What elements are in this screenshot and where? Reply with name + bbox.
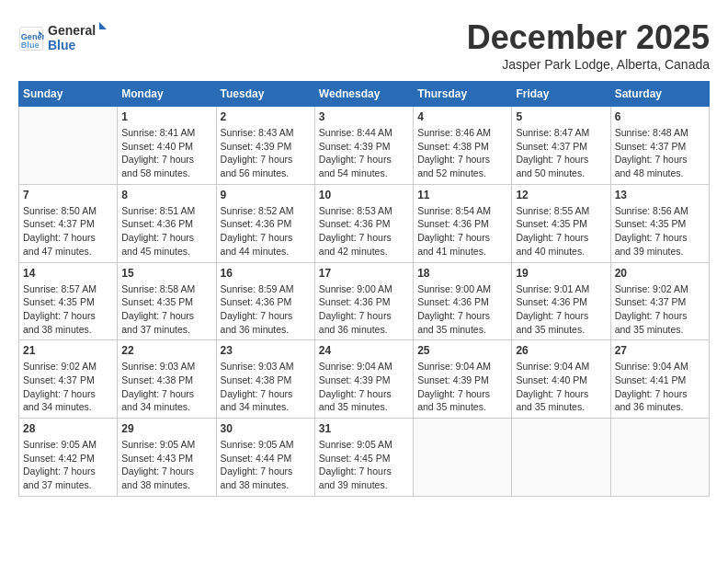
day-info: Sunrise: 8:50 AM Sunset: 4:37 PM Dayligh… <box>23 204 113 259</box>
header-monday: Monday <box>118 82 216 107</box>
header-wednesday: Wednesday <box>314 82 413 107</box>
calendar-cell: 19Sunrise: 9:01 AM Sunset: 4:36 PM Dayli… <box>512 262 610 340</box>
day-number: 12 <box>516 189 606 201</box>
calendar-cell <box>610 419 709 497</box>
day-number: 10 <box>319 189 409 201</box>
calendar-cell: 30Sunrise: 9:05 AM Sunset: 4:44 PM Dayli… <box>216 419 314 497</box>
calendar-cell: 9Sunrise: 8:52 AM Sunset: 4:36 PM Daylig… <box>216 184 314 262</box>
day-number: 17 <box>319 267 409 280</box>
svg-text:Blue: Blue <box>21 40 40 50</box>
day-number: 24 <box>319 344 409 357</box>
logo-line1: General Blue <box>48 18 112 59</box>
calendar-week-1: 7Sunrise: 8:50 AM Sunset: 4:37 PM Daylig… <box>19 184 710 262</box>
day-number: 1 <box>121 110 211 123</box>
calendar-cell: 25Sunrise: 9:04 AM Sunset: 4:39 PM Dayli… <box>414 340 512 419</box>
day-number: 31 <box>319 422 409 435</box>
day-number: 19 <box>516 267 606 280</box>
calendar-cell: 15Sunrise: 8:58 AM Sunset: 4:35 PM Dayli… <box>118 262 216 340</box>
day-number: 16 <box>221 267 311 280</box>
day-info: Sunrise: 8:57 AM Sunset: 4:35 PM Dayligh… <box>23 282 113 337</box>
calendar-cell: 4Sunrise: 8:46 AM Sunset: 4:38 PM Daylig… <box>414 107 512 185</box>
day-info: Sunrise: 8:55 AM Sunset: 4:35 PM Dayligh… <box>516 204 606 259</box>
calendar-cell: 12Sunrise: 8:55 AM Sunset: 4:35 PM Dayli… <box>512 184 610 262</box>
day-info: Sunrise: 9:05 AM Sunset: 4:44 PM Dayligh… <box>221 438 311 492</box>
day-info: Sunrise: 8:56 AM Sunset: 4:35 PM Dayligh… <box>615 204 705 259</box>
header-saturday: Saturday <box>610 82 709 107</box>
header-friday: Friday <box>512 82 610 107</box>
month-title: December 2025 <box>467 18 710 57</box>
day-info: Sunrise: 9:03 AM Sunset: 4:38 PM Dayligh… <box>121 360 211 414</box>
svg-marker-6 <box>99 22 107 29</box>
day-info: Sunrise: 9:05 AM Sunset: 4:43 PM Dayligh… <box>121 438 211 492</box>
calendar-cell: 13Sunrise: 8:56 AM Sunset: 4:35 PM Dayli… <box>610 184 709 262</box>
day-number: 22 <box>121 344 211 357</box>
day-number: 4 <box>417 110 507 123</box>
logo: General Blue General Blue <box>18 18 112 59</box>
calendar-cell: 28Sunrise: 9:05 AM Sunset: 4:42 PM Dayli… <box>19 419 118 497</box>
day-info: Sunrise: 8:46 AM Sunset: 4:38 PM Dayligh… <box>417 126 507 180</box>
day-number: 9 <box>221 189 311 201</box>
svg-text:General: General <box>48 23 96 38</box>
logo-icon: General Blue <box>18 26 44 52</box>
day-info: Sunrise: 8:52 AM Sunset: 4:36 PM Dayligh… <box>221 204 311 259</box>
day-info: Sunrise: 8:48 AM Sunset: 4:37 PM Dayligh… <box>615 126 705 180</box>
calendar-cell: 29Sunrise: 9:05 AM Sunset: 4:43 PM Dayli… <box>118 419 216 497</box>
calendar-cell: 11Sunrise: 8:54 AM Sunset: 4:36 PM Dayli… <box>414 184 512 262</box>
day-number: 18 <box>417 267 507 280</box>
day-info: Sunrise: 8:51 AM Sunset: 4:36 PM Dayligh… <box>121 204 211 259</box>
page-header: General Blue General Blue December 2025 … <box>18 18 710 72</box>
day-number: 27 <box>615 344 705 357</box>
day-info: Sunrise: 8:47 AM Sunset: 4:37 PM Dayligh… <box>516 126 606 180</box>
calendar-cell: 22Sunrise: 9:03 AM Sunset: 4:38 PM Dayli… <box>118 340 216 419</box>
day-number: 29 <box>121 422 211 435</box>
day-info: Sunrise: 9:00 AM Sunset: 4:36 PM Dayligh… <box>319 282 409 337</box>
day-info: Sunrise: 9:05 AM Sunset: 4:42 PM Dayligh… <box>23 438 113 492</box>
day-number: 25 <box>417 344 507 357</box>
day-info: Sunrise: 9:04 AM Sunset: 4:40 PM Dayligh… <box>516 360 606 414</box>
day-info: Sunrise: 8:58 AM Sunset: 4:35 PM Dayligh… <box>121 282 211 337</box>
calendar-cell: 31Sunrise: 9:05 AM Sunset: 4:45 PM Dayli… <box>314 419 413 497</box>
day-number: 13 <box>615 189 705 201</box>
day-number: 20 <box>615 267 705 280</box>
day-number: 26 <box>516 344 606 357</box>
day-number: 8 <box>121 189 211 201</box>
calendar-cell <box>19 107 118 185</box>
day-info: Sunrise: 9:00 AM Sunset: 4:36 PM Dayligh… <box>417 282 507 337</box>
header-sunday: Sunday <box>19 82 118 107</box>
calendar-cell: 23Sunrise: 9:03 AM Sunset: 4:38 PM Dayli… <box>216 340 314 419</box>
header-thursday: Thursday <box>414 82 512 107</box>
location: Jasper Park Lodge, Alberta, Canada <box>467 57 710 72</box>
day-info: Sunrise: 8:41 AM Sunset: 4:40 PM Dayligh… <box>121 126 211 180</box>
day-info: Sunrise: 9:03 AM Sunset: 4:38 PM Dayligh… <box>221 360 311 414</box>
day-number: 7 <box>23 189 113 201</box>
calendar-cell: 21Sunrise: 9:02 AM Sunset: 4:37 PM Dayli… <box>19 340 118 419</box>
calendar-cell: 16Sunrise: 8:59 AM Sunset: 4:36 PM Dayli… <box>216 262 314 340</box>
day-info: Sunrise: 8:53 AM Sunset: 4:36 PM Dayligh… <box>319 204 409 259</box>
calendar-cell: 20Sunrise: 9:02 AM Sunset: 4:37 PM Dayli… <box>610 262 709 340</box>
day-info: Sunrise: 9:01 AM Sunset: 4:36 PM Dayligh… <box>516 282 606 337</box>
day-number: 2 <box>221 110 311 123</box>
calendar-table: SundayMondayTuesdayWednesdayThursdayFrid… <box>18 81 710 497</box>
day-number: 6 <box>615 110 705 123</box>
day-info: Sunrise: 9:04 AM Sunset: 4:39 PM Dayligh… <box>417 360 507 414</box>
calendar-week-2: 14Sunrise: 8:57 AM Sunset: 4:35 PM Dayli… <box>19 262 710 340</box>
header-tuesday: Tuesday <box>216 82 314 107</box>
title-section: December 2025 Jasper Park Lodge, Alberta… <box>467 18 710 72</box>
calendar-cell: 2Sunrise: 8:43 AM Sunset: 4:39 PM Daylig… <box>216 107 314 185</box>
day-info: Sunrise: 9:02 AM Sunset: 4:37 PM Dayligh… <box>23 360 113 414</box>
calendar-cell: 24Sunrise: 9:04 AM Sunset: 4:39 PM Dayli… <box>314 340 413 419</box>
calendar-cell <box>512 419 610 497</box>
calendar-cell: 6Sunrise: 8:48 AM Sunset: 4:37 PM Daylig… <box>610 107 709 185</box>
calendar-week-4: 28Sunrise: 9:05 AM Sunset: 4:42 PM Dayli… <box>19 419 710 497</box>
calendar-cell: 27Sunrise: 9:04 AM Sunset: 4:41 PM Dayli… <box>610 340 709 419</box>
calendar-header-row: SundayMondayTuesdayWednesdayThursdayFrid… <box>19 82 710 107</box>
calendar-cell: 1Sunrise: 8:41 AM Sunset: 4:40 PM Daylig… <box>118 107 216 185</box>
day-info: Sunrise: 9:02 AM Sunset: 4:37 PM Dayligh… <box>615 282 705 337</box>
calendar-cell: 18Sunrise: 9:00 AM Sunset: 4:36 PM Dayli… <box>414 262 512 340</box>
day-number: 5 <box>516 110 606 123</box>
day-info: Sunrise: 8:44 AM Sunset: 4:39 PM Dayligh… <box>319 126 409 180</box>
day-number: 21 <box>23 344 113 357</box>
calendar-cell <box>414 419 512 497</box>
day-info: Sunrise: 9:04 AM Sunset: 4:41 PM Dayligh… <box>615 360 705 414</box>
calendar-cell: 14Sunrise: 8:57 AM Sunset: 4:35 PM Dayli… <box>19 262 118 340</box>
